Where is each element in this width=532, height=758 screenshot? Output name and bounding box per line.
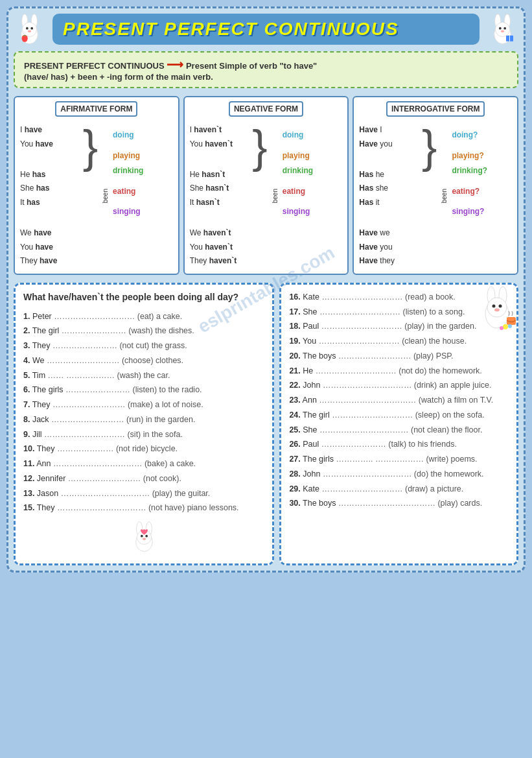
aff-been: been (100, 189, 110, 203)
aff-spacer1 (20, 151, 80, 165)
svg-point-32 (503, 324, 508, 329)
int-pronoun-3: Has he (359, 168, 419, 182)
int-pronoun-8: Have they (359, 254, 419, 268)
aff-pronoun-3: He has (20, 168, 80, 182)
left-exercise-item: 4. We ……………………… (choose) clothes. (23, 355, 264, 367)
negative-title: NEGATIVE FORM (229, 101, 303, 117)
right-exercise-item: 22. John …………………………… (drink) an apple ju… (289, 379, 509, 392)
affirmative-title: AFIRMATIVE FORM (55, 101, 137, 117)
negative-content: I haven`t You haven`t He hasn`t She hasn… (185, 121, 348, 274)
aff-pronoun-6: We have (20, 226, 80, 241)
svg-point-14 (501, 30, 505, 32)
int-pronoun-7: Have you (359, 241, 419, 255)
aff-pronoun-5: It has (20, 196, 80, 210)
svg-point-22 (145, 535, 148, 538)
right-exercise-item: 26. Paul …………………… (talk) to his friends. (289, 438, 509, 451)
left-exercise-item: 6. The girls …………………… (listen) to the ra… (23, 384, 264, 396)
right-exercise-item: 28. John …………………………… (do) the homework. (289, 468, 509, 480)
right-exercise-item: 23. Ann ……………………………… (watch) a film on T… (289, 394, 509, 407)
neg-brace: } (252, 123, 267, 167)
left-exercise-item: 3. They …………………… (not cut) the grass. (23, 340, 264, 352)
aff-verbs: doing playing drinking eating singing (113, 123, 173, 219)
int-pronoun-1: Have I (359, 123, 419, 137)
header-bar: PRESENT PERFECT CONTINUOUS (52, 14, 480, 45)
exercise-right-box: 16. Kate ………………………… (read) a book.17. Sh… (279, 283, 518, 565)
neg-pronoun-8: They haven`t (190, 254, 250, 268)
aff-spacer2 (20, 210, 80, 224)
exercise-section: What have/haven`t the people been doing … (14, 283, 518, 565)
neg-pronoun-2: You haven`t (190, 137, 250, 152)
interrogative-pronouns: Have I Have you Has he Has she Has it Ha… (359, 123, 419, 268)
right-exercise-item: 25. She …………………………… (not clean) the floo… (289, 424, 509, 436)
page-container: PRESENT PERFECT CONTINUOUS PRESENT PERFE… (6, 6, 526, 573)
left-exercise-item: 2. The girl …………………… (wash) the dishes. (23, 325, 264, 337)
int-verb-doing: doing? (452, 128, 512, 143)
left-exercise-item: 13. Jason …………………………… (play) the guitar. (23, 488, 264, 500)
neg-pronoun-4: She hasn`t (190, 182, 250, 196)
aff-verb-doing: doing (113, 128, 173, 143)
int-pronoun-5: Has it (359, 196, 419, 210)
aff-pronoun-7: You have (20, 241, 80, 255)
left-exercise-item: 15. They …………………………… (not have) piano le… (23, 502, 264, 514)
neg-spacer2 (190, 210, 250, 224)
aff-pronoun-1: I have (20, 123, 80, 137)
neg-pronoun-1: I haven`t (190, 123, 250, 137)
neg-pronoun-7: You haven`t (190, 241, 250, 255)
svg-point-4 (26, 27, 29, 30)
aff-pronoun-2: You have (20, 137, 80, 152)
left-exercise-item: 12. Jennifer ……………………… (not cook). (23, 473, 264, 485)
svg-point-27 (487, 298, 507, 317)
neg-been: been (270, 189, 280, 203)
left-items-list: 1. Peter ………………………… (eat) a cake.2. The … (23, 311, 264, 515)
int-verb-singing: singing? (452, 205, 512, 219)
page-title: PRESENT PERFECT CONTINUOUS (63, 19, 399, 40)
neg-verb-doing: doing (283, 128, 343, 143)
svg-point-6 (28, 30, 32, 32)
neg-pronoun-5: It hasn`t (190, 196, 250, 210)
neg-verb-drinking: drinking (283, 164, 343, 178)
bunny-right-decoration (485, 12, 520, 49)
right-exercise-item: 30. The boys ……………………………… (play) cards. (289, 497, 509, 510)
bunny-top-right (474, 281, 520, 335)
right-exercise-item: 21. He ………………………… (not do) the homework. (289, 365, 509, 377)
svg-point-5 (30, 27, 33, 30)
interrogative-form: INTERROGATIVE FORM Have I Have you Has h… (353, 96, 518, 275)
aff-verb-eating: eating (113, 185, 173, 199)
negative-pronouns: I haven`t You haven`t He hasn`t She hasn… (190, 123, 250, 268)
aff-brace: } (83, 123, 98, 167)
interrogative-title: INTERROGATIVE FORM (386, 101, 485, 117)
svg-point-3 (23, 23, 37, 37)
int-verb-playing: playing? (452, 149, 512, 163)
int-brace: } (422, 123, 437, 167)
svg-point-23 (142, 538, 146, 540)
int-pronoun-4: Has she (359, 182, 419, 196)
left-exercise-item: 5. Tim …… ……………… (wash) the car. (23, 370, 264, 382)
exercise-left-box: What have/haven`t the people been doing … (14, 283, 274, 565)
aff-pronoun-8: They have (20, 254, 80, 268)
bunny-bottom-center (23, 519, 264, 557)
left-exercise-item: 1. Peter ………………………… (eat) a cake. (23, 311, 264, 323)
left-exercise-item: 9. Jill ………………………… (sit) in the sofa. (23, 429, 264, 441)
int-spacer2 (359, 210, 419, 224)
exercise-title: What have/haven`t the people been doing … (23, 291, 264, 304)
rule-formula: (have/ has) + been + -ing form of the ma… (24, 72, 213, 82)
right-exercise-item: 27. The girls ………….. ……………… (write) poem… (289, 453, 509, 466)
right-exercise-item: 20. The boys ……………………… (play) PSP. (289, 350, 509, 362)
svg-point-11 (496, 23, 510, 37)
right-exercise-item: 24. The girl ………………………… (sleep) on the s… (289, 409, 509, 421)
left-exercise-item: 7. They ……………………… (make) a lot of noise. (23, 399, 264, 411)
aff-pronoun-4: She has (20, 182, 80, 196)
svg-point-34 (508, 324, 512, 328)
int-pronoun-6: Have we (359, 226, 419, 241)
negative-form: NEGATIVE FORM I haven`t You haven`t He h… (183, 96, 349, 275)
svg-point-33 (500, 326, 503, 330)
rule-arrow: ⟶ (167, 58, 183, 71)
neg-verb-singing: singing (283, 205, 343, 219)
interrogative-content: Have I Have you Has he Has she Has it Ha… (354, 121, 517, 274)
svg-point-12 (499, 27, 502, 30)
forms-section: AFIRMATIVE FORM I have You have He has S… (14, 96, 518, 275)
rule-box: PRESENT PERFECT CONTINUOUS ⟶ Present Sim… (14, 51, 518, 88)
neg-pronoun-6: We haven`t (190, 226, 250, 241)
svg-point-28 (492, 304, 496, 307)
int-verb-eating: eating? (452, 185, 512, 199)
